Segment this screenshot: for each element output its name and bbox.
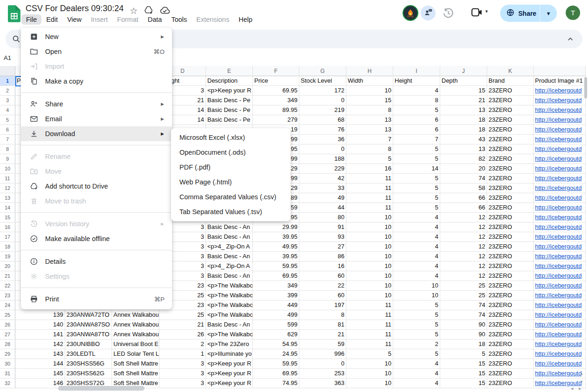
join-collaboration-button[interactable] xyxy=(421,6,436,20)
cell[interactable]: 0 xyxy=(299,96,346,105)
cell-link[interactable]: http://icebergoutd xyxy=(535,321,581,328)
cell[interactable]: 2 xyxy=(159,340,206,349)
cell[interactable]: 12 xyxy=(440,261,487,271)
cell[interactable]: 10 xyxy=(346,232,393,242)
cell[interactable]: 15 xyxy=(440,369,487,379)
cell[interactable]: 54.95 xyxy=(253,340,299,349)
cell[interactable]: 29.99 xyxy=(253,222,299,232)
cell[interactable]: 10 xyxy=(346,242,393,252)
cell[interactable]: 11 xyxy=(346,330,393,340)
cell[interactable]: http://icebergoutd xyxy=(534,330,586,340)
scroll-left-icon[interactable]: ◀ xyxy=(571,387,573,391)
cell[interactable]: 5 xyxy=(393,330,440,340)
cell-link[interactable]: http://icebergoutd xyxy=(535,282,581,289)
column-header-g[interactable]: G xyxy=(299,66,346,76)
cell[interactable]: 23ZERO xyxy=(487,183,534,193)
menubar-item-data[interactable]: Data xyxy=(143,14,167,25)
account-avatar[interactable]: T xyxy=(566,6,580,20)
cell[interactable]: http://icebergoutd xyxy=(534,135,586,144)
cell[interactable]: 58 xyxy=(440,183,487,193)
cell[interactable]: http://icebergoutd xyxy=(534,86,586,96)
cell[interactable]: 10 xyxy=(393,281,440,291)
cell[interactable]: 5 xyxy=(393,154,440,164)
cell[interactable]: 23ZERO xyxy=(487,310,534,320)
scroll-down-icon[interactable]: ▼ xyxy=(580,380,583,383)
cell[interactable]: Soft Shell Mattre xyxy=(112,369,159,379)
cell[interactable]: 11 xyxy=(346,301,393,310)
file-menu-item-open[interactable]: Open⌘O xyxy=(21,44,172,59)
cell[interactable]: Depth xyxy=(440,76,487,86)
cell[interactable]: 13 xyxy=(440,144,487,154)
cell[interactable]: 10 xyxy=(346,281,393,291)
cell[interactable]: 4 xyxy=(393,86,440,96)
cell[interactable]: http://icebergoutd xyxy=(534,144,586,154)
cell[interactable]: 219 xyxy=(299,105,346,115)
cell[interactable]: 23ZERO xyxy=(487,154,534,164)
row-header-26[interactable]: 26 xyxy=(0,320,15,330)
cell[interactable]: 10 xyxy=(346,252,393,261)
row-header-24[interactable]: 24 xyxy=(0,301,15,310)
cell[interactable]: 11 xyxy=(346,203,393,213)
vertical-scrollbar-thumb[interactable] xyxy=(584,77,587,98)
cell[interactable]: 5 xyxy=(393,310,440,320)
cell[interactable]: 59.95 xyxy=(253,359,299,369)
cell[interactable]: 144 xyxy=(15,359,65,369)
menubar-item-view[interactable]: View xyxy=(62,14,86,25)
cell[interactable]: http://icebergoutd xyxy=(534,193,586,203)
cell[interactable]: 23ZERO xyxy=(487,105,534,115)
cell[interactable]: 39.95 xyxy=(253,252,299,261)
cell[interactable]: Basic Desc - Pe xyxy=(206,105,253,115)
row-header-20[interactable]: 20 xyxy=(0,261,15,271)
file-menu-item-make-a-copy[interactable]: Make a copy xyxy=(21,74,172,89)
cell[interactable]: 12 xyxy=(440,232,487,242)
cell[interactable]: 172 xyxy=(299,86,346,96)
cell-link[interactable]: http://icebergoutd xyxy=(535,106,581,113)
cell[interactable]: Basic Desc - An xyxy=(206,320,253,330)
cell[interactable]: <p>Keep your R xyxy=(206,369,253,379)
cell[interactable]: Basic Desc - Pe xyxy=(206,96,253,105)
row-header-23[interactable]: 23 xyxy=(0,291,15,301)
cell[interactable]: 12 xyxy=(440,222,487,232)
cell[interactable]: http://icebergoutd xyxy=(534,154,586,164)
cell[interactable]: 349 xyxy=(253,281,299,291)
cell[interactable]: 230UNIBBO xyxy=(65,340,112,349)
row-header-32[interactable]: 32 xyxy=(0,379,15,388)
cell-link[interactable]: http://icebergoutd xyxy=(535,223,581,230)
cell[interactable]: 10 xyxy=(346,222,393,232)
cell[interactable]: 82 xyxy=(440,154,487,164)
cell[interactable]: 69.95 xyxy=(253,86,299,96)
cell-link[interactable]: http://icebergoutd xyxy=(535,194,581,201)
cell-link[interactable]: http://icebergoutd xyxy=(535,233,581,240)
row-header-31[interactable]: 31 xyxy=(0,369,15,379)
row-header-19[interactable]: 19 xyxy=(0,252,15,261)
column-header-e[interactable]: E xyxy=(206,66,253,76)
cell[interactable]: 74 xyxy=(440,310,487,320)
cell[interactable]: 4 xyxy=(393,232,440,242)
cell[interactable]: 74.95 xyxy=(253,379,299,388)
cell-link[interactable]: http://icebergoutd xyxy=(535,292,581,299)
cell[interactable]: 21 xyxy=(299,330,346,340)
cell[interactable]: 11 xyxy=(346,183,393,193)
cell[interactable]: 89.95 xyxy=(253,105,299,115)
cell[interactable]: http://icebergoutd xyxy=(534,340,586,349)
cell-link[interactable]: http://icebergoutd xyxy=(535,301,581,308)
cell[interactable]: 10 xyxy=(393,291,440,301)
cell-link[interactable]: http://icebergoutd xyxy=(535,272,581,279)
row-header-4[interactable]: 4 xyxy=(0,105,15,115)
row-header-29[interactable]: 29 xyxy=(0,349,15,359)
menubar-item-format[interactable]: Format xyxy=(112,14,143,25)
cell[interactable]: 143 xyxy=(15,349,65,359)
cell[interactable]: Price xyxy=(253,76,299,86)
cell-link[interactable]: http://icebergoutd xyxy=(535,243,581,250)
cell[interactable]: 5 xyxy=(393,349,440,359)
scroll-up-icon[interactable]: ▲ xyxy=(580,372,583,375)
cell[interactable]: Annex Walkabou xyxy=(112,320,159,330)
menubar-item-file[interactable]: File xyxy=(21,14,41,25)
row-header-30[interactable]: 30 xyxy=(0,359,15,369)
row-header-3[interactable]: 3 xyxy=(0,96,15,105)
cell[interactable]: 188 xyxy=(299,154,346,164)
cell[interactable]: 15 xyxy=(346,96,393,105)
cell[interactable]: 59 xyxy=(299,340,346,349)
cell[interactable]: 7 xyxy=(346,135,393,144)
cell[interactable]: http://icebergoutd xyxy=(534,213,586,222)
